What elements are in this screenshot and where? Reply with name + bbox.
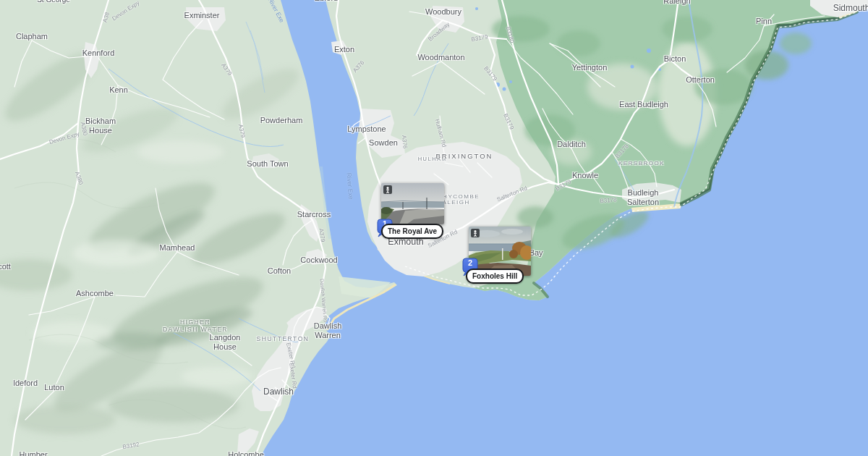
- pegman-icon: [471, 229, 480, 237]
- marker-label-royal-ave[interactable]: The Royal Ave: [381, 224, 443, 239]
- pegman-icon: [383, 185, 392, 194]
- marker-label-foxholes[interactable]: Foxholes Hill: [466, 269, 524, 284]
- marker-number: 2: [462, 259, 478, 267]
- map-viewport[interactable]: St GeorgeClaphamKennfordKennBickham Hous…: [0, 0, 868, 456]
